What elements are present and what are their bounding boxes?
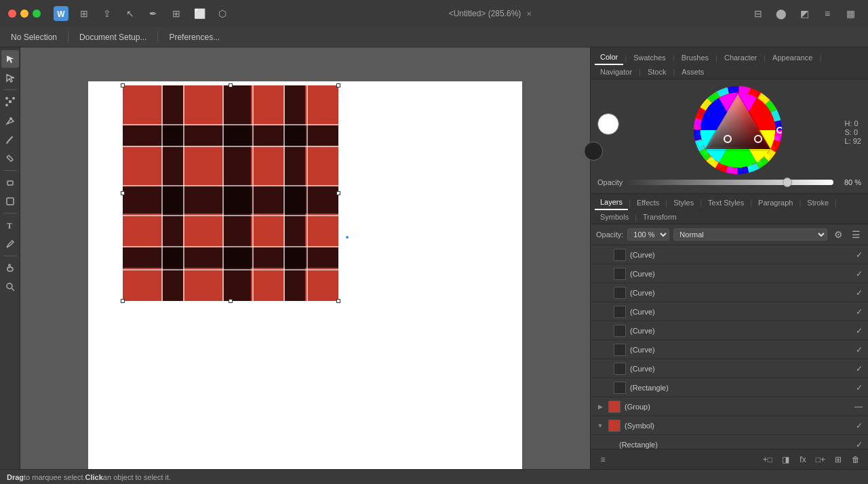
- brush-tool[interactable]: [1, 131, 19, 148]
- opacity-thumb[interactable]: [783, 178, 792, 187]
- opacity-slider[interactable]: [627, 180, 833, 185]
- shape-tool[interactable]: [1, 193, 19, 210]
- layer-item-curve-2[interactable]: (Curve) ✓: [591, 264, 868, 283]
- layers-toggle-icon[interactable]: ≡: [818, 4, 837, 23]
- no-selection-menu[interactable]: No Selection: [5, 31, 62, 43]
- fill-swatch[interactable]: [597, 113, 619, 135]
- tab-navigator[interactable]: Navigator: [595, 65, 637, 79]
- tab-appearance[interactable]: Appearance: [767, 51, 818, 64]
- tab-character[interactable]: Character: [719, 51, 762, 64]
- layer-name-7: (Curve): [630, 365, 852, 373]
- tab-color[interactable]: Color: [595, 50, 623, 65]
- pen-tool[interactable]: [1, 112, 19, 129]
- tab-layers[interactable]: Layers: [595, 195, 628, 210]
- panel-toggle-icon[interactable]: ▦: [841, 4, 860, 23]
- share-icon[interactable]: ⇪: [98, 4, 117, 23]
- layer-list[interactable]: (Curve) ✓ (Curve) ✓ (Curve) ✓: [591, 245, 868, 449]
- transform-tool-icon[interactable]: ⬡: [213, 4, 232, 23]
- titlebar-center: <Untitled> (285.6%) ✕: [237, 9, 743, 18]
- tab-paragraph[interactable]: Paragraph: [753, 196, 798, 209]
- layer-footer: ≡ +□ ◨ fx □+ ⊞ 🗑: [591, 449, 868, 469]
- layer-item-curve-7[interactable]: (Curve) ✓: [591, 359, 868, 378]
- stroke-swatch[interactable]: [584, 142, 603, 161]
- layers-opacity-select[interactable]: 100 % 80 % 50 %: [627, 228, 669, 241]
- tab-stock[interactable]: Stock: [642, 65, 672, 79]
- pointer-tool-icon[interactable]: ↖: [121, 4, 140, 23]
- layer-check-symbol: ✓: [856, 421, 863, 430]
- pen-tool-icon[interactable]: ✒: [144, 4, 163, 23]
- layer-item-curve-4[interactable]: (Curve) ✓: [591, 302, 868, 321]
- pencil-tool[interactable]: [1, 150, 19, 167]
- color-picker-icon[interactable]: ⬤: [772, 4, 791, 23]
- mask-icon[interactable]: ◨: [778, 453, 792, 466]
- maximize-button[interactable]: [33, 9, 41, 18]
- layer-check-7: ✓: [856, 364, 863, 374]
- svg-rect-39: [224, 186, 251, 214]
- layer-swatch-2: [614, 268, 626, 280]
- color-row: H: 0 S: 0 L: 92: [597, 86, 861, 174]
- fx-icon[interactable]: fx: [796, 453, 810, 466]
- tab-styles[interactable]: Styles: [668, 196, 699, 209]
- hand-tool[interactable]: [1, 259, 19, 277]
- align-icon[interactable]: ⊟: [749, 4, 768, 23]
- svg-rect-33: [283, 85, 285, 302]
- layer-expand-symbol[interactable]: ▼: [596, 422, 604, 430]
- text-tool[interactable]: T: [1, 216, 19, 234]
- layer-swatch-6: [614, 344, 626, 356]
- tab-assets[interactable]: Assets: [676, 65, 709, 79]
- add-layer-icon[interactable]: +□: [761, 453, 774, 466]
- app-icon: W: [52, 4, 71, 23]
- direct-select-tool[interactable]: [1, 69, 19, 87]
- eyedropper-tool[interactable]: [1, 235, 19, 253]
- tab-swatches[interactable]: Swatches: [628, 51, 671, 64]
- canvas-area[interactable]: [20, 47, 590, 469]
- grid-tool-icon[interactable]: ⊞: [167, 4, 186, 23]
- layer-expand-2: [601, 270, 610, 278]
- svg-rect-35: [163, 125, 183, 146]
- layer-item-symbol[interactable]: ▼ (Symbol) ✓: [591, 416, 868, 435]
- layer-item-rect-1[interactable]: (Rectangle) ✓: [591, 378, 868, 397]
- svg-rect-38: [163, 186, 183, 214]
- tab-text-styles[interactable]: Text Styles: [703, 196, 749, 209]
- node-tool[interactable]: [1, 93, 19, 110]
- layers-options-more-icon[interactable]: ☰: [849, 228, 863, 241]
- new-item-icon[interactable]: □+: [814, 453, 827, 466]
- layer-item-rect-child-1[interactable]: (Rectangle) ✓: [591, 435, 868, 449]
- tab-effects[interactable]: Effects: [631, 196, 665, 209]
- layer-name-child-1: (Rectangle): [619, 441, 852, 449]
- select-tool[interactable]: [1, 50, 19, 68]
- layer-check-child-1: ✓: [856, 440, 863, 449]
- color-wheel[interactable]: [694, 86, 782, 174]
- svg-point-13: [6, 246, 8, 248]
- grid-view-icon[interactable]: ⊞: [75, 4, 94, 23]
- tool-sep-4: [3, 256, 17, 256]
- grid-options-icon[interactable]: ⊞: [831, 453, 845, 466]
- tab-brushes[interactable]: Brushes: [676, 51, 714, 64]
- minimize-button[interactable]: [20, 9, 28, 18]
- layer-item-curve-6[interactable]: (Curve) ✓: [591, 340, 868, 359]
- document-setup-menu[interactable]: Document Setup...: [74, 31, 152, 43]
- layer-item-curve-1[interactable]: (Curve) ✓: [591, 245, 868, 264]
- tab-symbols[interactable]: Symbols: [595, 210, 634, 224]
- layers-blend-select[interactable]: Normal Multiply Screen: [673, 228, 827, 241]
- eraser-tool[interactable]: [1, 174, 19, 191]
- studio-icon[interactable]: ◩: [795, 4, 814, 23]
- zoom-tool[interactable]: [1, 278, 19, 296]
- layer-item-curve-5[interactable]: (Curve) ✓: [591, 321, 868, 340]
- tab-stroke[interactable]: Stroke: [802, 196, 834, 209]
- layers-panel-icon[interactable]: ≡: [596, 453, 610, 466]
- layer-item-curve-3[interactable]: (Curve) ✓: [591, 283, 868, 302]
- tab-transform[interactable]: Transform: [637, 210, 682, 224]
- layers-options-gear-icon[interactable]: ⚙: [831, 228, 845, 241]
- layer-expand-5: [601, 327, 610, 335]
- menubar: No Selection Document Setup... Preferenc…: [0, 27, 868, 47]
- preferences-menu[interactable]: Preferences...: [163, 31, 225, 43]
- svg-rect-36: [224, 125, 251, 146]
- layer-item-group[interactable]: ▶ (Group) —: [591, 397, 868, 416]
- rect-tool-icon[interactable]: ⬜: [190, 4, 209, 23]
- layer-expand-group[interactable]: ▶: [596, 403, 604, 411]
- title-close-icon[interactable]: ✕: [526, 10, 532, 18]
- close-button[interactable]: [8, 9, 16, 18]
- hue-value: H: 0: [845, 119, 862, 127]
- delete-layer-icon[interactable]: 🗑: [849, 453, 863, 466]
